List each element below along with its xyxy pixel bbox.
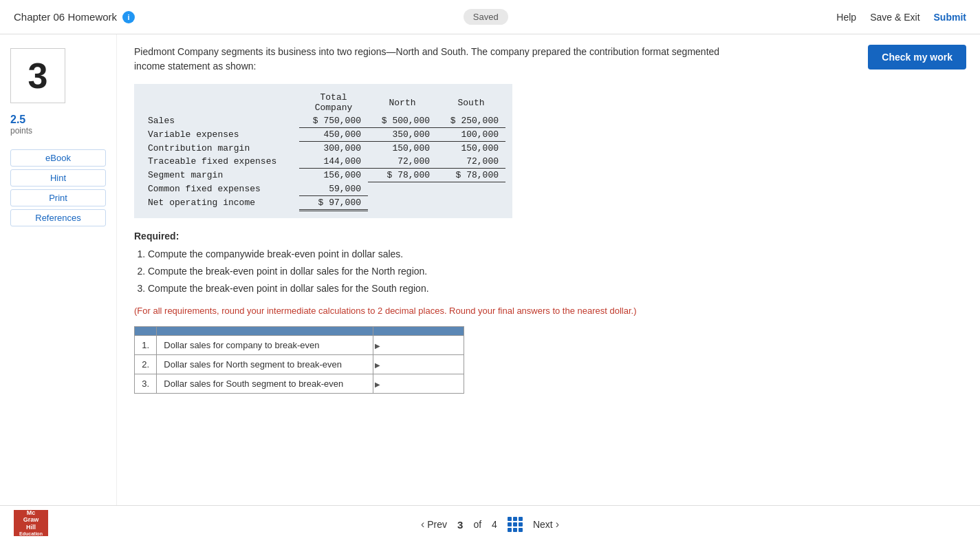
row-north-cm: 150,000 — [368, 142, 437, 156]
table-row: Segment margin 156,000 $ 78,000 $ 78,000 — [141, 169, 505, 182]
table-row: Traceable fixed expenses 144,000 72,000 … — [141, 155, 505, 169]
col-header-blank — [141, 91, 299, 114]
row-input-cell-1: ▶ — [373, 336, 464, 355]
submit-button[interactable]: Submit — [934, 12, 966, 23]
logo-line4: Education — [19, 531, 43, 537]
row-north-sales: $ 500,000 — [368, 114, 437, 128]
row-north-common — [368, 182, 437, 196]
answer-table: 1. Dollar sales for company to break-eve… — [134, 326, 464, 394]
next-label: Next — [533, 519, 553, 530]
row-label-3: Dollar sales for South segment to break-… — [157, 374, 373, 394]
row-south-sales: $ 250,000 — [437, 114, 505, 128]
row-total-cm: 300,000 — [299, 142, 368, 156]
row-label-sales: Sales — [141, 114, 299, 128]
row-label-1: Dollar sales for company to break-even — [157, 336, 373, 355]
total-pages: 4 — [492, 519, 497, 530]
table-row: Contribution margin 300,000 150,000 150,… — [141, 142, 505, 156]
question-number: 3 — [28, 55, 48, 96]
row-label-noi: Net operating income — [141, 195, 299, 210]
row-total-noi: $ 97,000 — [299, 195, 368, 210]
row-label-traceable: Traceable fixed expenses — [141, 155, 299, 169]
answer-row-3: 3. Dollar sales for South segment to bre… — [135, 374, 464, 394]
row-north-noi — [368, 195, 437, 210]
row-north-segment-margin: $ 78,000 — [368, 169, 437, 182]
row-label-common: Common fixed expenses — [141, 182, 299, 196]
prev-arrow-icon: ‹ — [421, 518, 424, 531]
next-button[interactable]: Next › — [533, 518, 559, 531]
prev-button[interactable]: ‹ Prev — [421, 518, 447, 531]
row-total-sales: $ 750,000 — [299, 114, 368, 128]
input-arrow-2: ▶ — [375, 361, 380, 368]
save-exit-link[interactable]: Save & Exit — [870, 12, 919, 23]
row-north-variable: 350,000 — [368, 128, 437, 142]
answer-input-1[interactable] — [380, 340, 457, 350]
row-num-3: 3. — [135, 374, 157, 394]
table-row: Variable expenses 450,000 350,000 100,00… — [141, 128, 505, 142]
problem-text: Piedmont Company segments its business i… — [134, 45, 753, 74]
info-icon[interactable]: i — [122, 11, 135, 23]
ebook-link[interactable]: eBook — [10, 149, 106, 167]
list-item: Compute the break-even point in dollar s… — [148, 280, 963, 297]
footer: Mc Graw Hill Education ‹ Prev 3 of 4 Nex… — [0, 505, 980, 543]
income-statement-table: TotalCompany North South Sales $ 750,000… — [134, 84, 512, 218]
footer-nav: ‹ Prev 3 of 4 Next › — [421, 517, 559, 532]
help-link[interactable]: Help — [836, 12, 856, 23]
header: Chapter 06 Homework i Saved Help Save & … — [0, 0, 980, 34]
sidebar-links: eBook Hint Print References — [10, 149, 106, 226]
table-row: Common fixed expenses 59,000 — [141, 182, 505, 196]
row-label-segment-margin: Segment margin — [141, 169, 299, 182]
question-number-box: 3 — [10, 48, 65, 103]
row-south-common — [437, 182, 505, 196]
answer-col-header-2 — [157, 327, 373, 336]
logo-line1: Mc — [27, 509, 36, 517]
row-input-cell-2: ▶ — [373, 355, 464, 374]
print-link[interactable]: Print — [10, 189, 106, 206]
references-link[interactable]: References — [10, 209, 106, 226]
required-label: Required: — [134, 231, 963, 242]
list-item: Compute the companywide break-even point… — [148, 246, 963, 263]
logo-line3: Hill — [26, 524, 36, 531]
row-input-cell-3: ▶ — [373, 374, 464, 394]
row-total-variable: 450,000 — [299, 128, 368, 142]
row-total-traceable: 144,000 — [299, 155, 368, 169]
income-table: TotalCompany North South Sales $ 750,000… — [141, 91, 505, 211]
row-south-segment-margin: $ 78,000 — [437, 169, 505, 182]
saved-badge: Saved — [464, 9, 508, 25]
hint-link[interactable]: Hint — [10, 169, 106, 187]
answer-col-header-3 — [373, 327, 464, 336]
sidebar: 3 2.5 points eBook Hint Print References — [0, 34, 117, 505]
row-south-traceable: 72,000 — [437, 155, 505, 169]
content-area: Check my work Piedmont Company segments … — [117, 34, 980, 505]
mcgraw-hill-logo: Mc Graw Hill Education — [14, 510, 48, 536]
row-north-traceable: 72,000 — [368, 155, 437, 169]
row-label-variable: Variable expenses — [141, 128, 299, 142]
list-item: Compute the break-even point in dollar s… — [148, 263, 963, 280]
row-total-segment-margin: 156,000 — [299, 169, 368, 182]
row-num-2: 2. — [135, 355, 157, 374]
table-row: Sales $ 750,000 $ 500,000 $ 250,000 — [141, 114, 505, 128]
col-header-south: South — [437, 91, 505, 114]
warning-text: (For all requirements, round your interm… — [134, 306, 963, 316]
header-right: Help Save & Exit Submit — [836, 12, 966, 23]
row-south-cm: 150,000 — [437, 142, 505, 156]
row-south-variable: 100,000 — [437, 128, 505, 142]
check-my-work-button[interactable]: Check my work — [868, 45, 966, 70]
row-num-1: 1. — [135, 336, 157, 355]
table-row: Net operating income $ 97,000 — [141, 195, 505, 210]
col-header-total: TotalCompany — [299, 91, 368, 114]
required-list: Compute the companywide break-even point… — [148, 246, 963, 298]
answer-input-2[interactable] — [380, 359, 457, 370]
answer-row-2: 2. Dollar sales for North segment to bre… — [135, 355, 464, 374]
grid-view-icon[interactable] — [508, 517, 523, 532]
of-label: of — [473, 519, 481, 530]
answer-col-header-1 — [135, 327, 157, 336]
next-arrow-icon: › — [556, 518, 559, 531]
answer-input-3[interactable] — [380, 379, 457, 389]
answer-table-wrapper: 1. Dollar sales for company to break-eve… — [134, 326, 963, 394]
logo-line2: Graw — [23, 516, 39, 524]
main-area: 3 2.5 points eBook Hint Print References… — [0, 34, 980, 505]
header-left: Chapter 06 Homework i — [14, 11, 135, 23]
points-label: points — [10, 126, 106, 136]
input-arrow-3: ▶ — [375, 380, 380, 387]
current-page: 3 — [457, 519, 463, 531]
